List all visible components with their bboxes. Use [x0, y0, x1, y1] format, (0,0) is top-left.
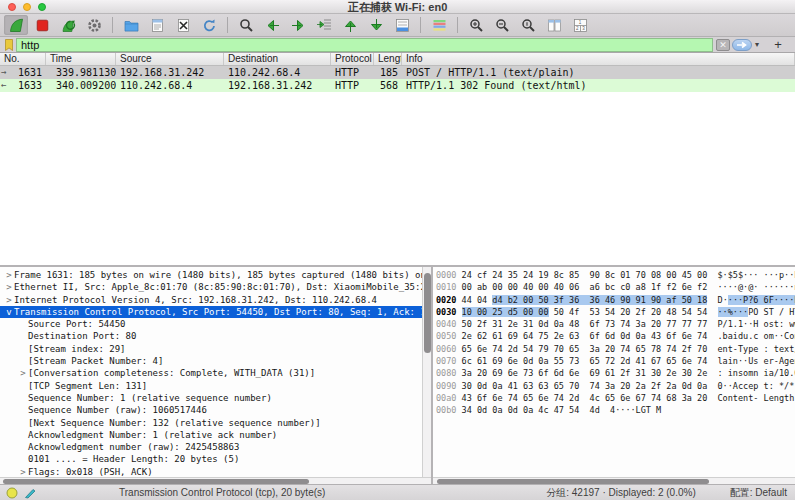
detail-tree-line[interactable]: 0101 .... = Header Length: 20 bytes (5): [0, 453, 431, 465]
toolbar-button-capture-stop[interactable]: [30, 15, 54, 35]
hex-row-0040[interactable]: 0040 50 2f 31 2e 31 0d 0a 48 6f 73 74 3a…: [436, 318, 795, 330]
hex-row-0020[interactable]: 0020 44 04 d4 b2 00 50 3f 36 36 46 90 91…: [436, 294, 795, 306]
hex-row-0050[interactable]: 0050 2e 62 61 69 64 75 2e 63 6f 6d 0d 0a…: [436, 330, 795, 342]
hex-bytes: 50 2f 31 2e 31 0d 0a 48 6f 73 74 3a 20 7…: [462, 319, 708, 329]
details-horizontal-scrollbar[interactable]: [0, 477, 431, 484]
packet-list: →1631339.981130192.168.31.242110.242.68.…: [0, 66, 795, 265]
toolbar-button-zoom-reset[interactable]: [516, 15, 540, 35]
toolbar-button-layout[interactable]: 123: [568, 15, 592, 35]
toolbar-button-go-first[interactable]: [338, 15, 362, 35]
detail-tree-line[interactable]: vTransmission Control Protocol, Src Port…: [0, 306, 431, 318]
packet-count-summary[interactable]: 分组: 42197 · Displayed: 2 (0.0%): [546, 486, 696, 500]
hex-offset: 0040: [436, 319, 456, 329]
bytes-horizontal-scrollbar[interactable]: [433, 477, 795, 484]
display-filter-input[interactable]: http: [16, 38, 713, 52]
detail-tree-line[interactable]: [Stream Packet Number: 4]: [0, 355, 431, 367]
toolbar-button-reload-file[interactable]: [197, 15, 221, 35]
hex-offset: 0050: [436, 331, 456, 341]
column-header-length[interactable]: Length: [374, 53, 402, 65]
detail-tree-line[interactable]: Source Port: 54450: [0, 318, 431, 330]
toolbar-button-close-file[interactable]: [171, 15, 195, 35]
toolbar-button-go-forward[interactable]: [286, 15, 310, 35]
hex-row-0070[interactable]: 0070 6c 61 69 6e 0d 0a 55 73 65 72 2d 41…: [436, 355, 795, 367]
toolbar-button-capture-restart[interactable]: [56, 15, 80, 35]
filter-history-dropdown[interactable]: ▾: [755, 40, 759, 49]
window-title: 正在捕获 Wi-Fi: en0: [0, 1, 795, 14]
detail-tree-line[interactable]: Acknowledgment number (raw): 2425458863: [0, 441, 431, 453]
tree-expander-icon[interactable]: v: [4, 306, 14, 318]
tree-expander-icon[interactable]: >: [4, 294, 14, 306]
column-header-info[interactable]: Info: [402, 53, 795, 65]
detail-tree-line[interactable]: [TCP Segment Len: 131]: [0, 380, 431, 392]
hex-row-0030[interactable]: 0030 10 00 25 d5 00 00 50 4f 53 54 20 2f…: [436, 306, 795, 318]
hex-row-0000[interactable]: 0000 24 cf 24 35 24 19 8c 85 90 8c 01 70…: [436, 269, 795, 281]
tree-expander-icon[interactable]: >: [4, 281, 14, 293]
toolbar-button-resize-columns[interactable]: [542, 15, 566, 35]
capture-comment-icon[interactable]: [24, 487, 37, 499]
detail-tree-line[interactable]: Sequence Number (raw): 1060517446: [0, 404, 431, 416]
column-header-time[interactable]: Time: [46, 53, 116, 65]
gap: [707, 356, 717, 366]
ascii-text: ent-Type : text/p: [718, 344, 795, 354]
packet-cell-destination: 110.242.68.4: [224, 66, 331, 79]
toolbar-button-save-file[interactable]: [145, 15, 169, 35]
detail-tree-line[interactable]: Destination Port: 80: [0, 330, 431, 342]
filter-clear-button[interactable]: ✕: [716, 39, 730, 51]
detail-tree-line[interactable]: >Internet Protocol Version 4, Src: 192.1…: [0, 294, 431, 306]
go-to-packet-icon: [316, 17, 333, 34]
detail-tree-line[interactable]: >Ethernet II, Src: Apple_8c:01:70 (8c:85…: [0, 281, 431, 293]
profile-indicator[interactable]: 配置: Default: [730, 486, 787, 500]
ascii-text: lain··Us er-Agent: [718, 356, 795, 366]
hex-row-00b0[interactable]: 00b0 34 0d 0a 0d 0a 4c 47 54 4d 4····LGT…: [436, 404, 795, 416]
toolbar-button-go-last[interactable]: [364, 15, 388, 35]
column-header-source[interactable]: Source: [116, 53, 224, 65]
capture-options-icon: [86, 17, 103, 34]
packet-row-1633[interactable]: ←1633340.009200110.242.68.4192.168.31.24…: [0, 79, 795, 92]
toolbar-button-auto-scroll[interactable]: [390, 15, 414, 35]
colorize-packets-icon: [431, 17, 448, 34]
hex-row-0060[interactable]: 0060 65 6e 74 2d 54 79 70 65 3a 20 74 65…: [436, 343, 795, 355]
toolbar-button-zoom-in[interactable]: [464, 15, 488, 35]
detail-tree-line[interactable]: Acknowledgment Number: 1 (relative ack n…: [0, 429, 431, 441]
toolbar-button-find-packet[interactable]: [234, 15, 258, 35]
tree-expander-icon[interactable]: >: [18, 367, 28, 379]
filter-bookmark-icon[interactable]: [2, 38, 16, 52]
hex-row-0080[interactable]: 0080 3a 20 69 6e 73 6f 6d 6e 69 61 2f 31…: [436, 367, 795, 379]
toolbar-button-colorize-packets[interactable]: [427, 15, 451, 35]
toolbar-button-open-file[interactable]: [119, 15, 143, 35]
hex-row-00a0[interactable]: 00a0 43 6f 6e 74 65 6e 74 2d 4c 65 6e 67…: [436, 392, 795, 404]
go-back-icon: [264, 17, 281, 34]
hex-bytes-selected: d4 b2 00 50 3f 36 36 46 90 91 90 af 50 1…: [492, 295, 707, 305]
details-vscroll-thumb[interactable]: [424, 273, 431, 353]
tree-expander-spacer: [18, 453, 28, 465]
hex-row-0010[interactable]: 0010 00 ab 00 00 40 00 40 06 a6 bc c0 a8…: [436, 281, 795, 293]
hex-offset: 0030: [436, 307, 456, 317]
ascii-text: $·$5$··· ···p··E·: [718, 270, 795, 280]
expert-info-icon[interactable]: [6, 487, 18, 499]
packet-cell-source: 192.168.31.242: [116, 66, 224, 79]
toolbar-separator: [227, 17, 228, 33]
detail-tree-line[interactable]: Sequence Number: 1 (relative sequence nu…: [0, 392, 431, 404]
details-vertical-scrollbar[interactable]: [422, 267, 431, 477]
toolbar-button-zoom-out[interactable]: [490, 15, 514, 35]
detail-line-text: [Stream Packet Number: 4]: [28, 355, 163, 367]
toolbar-button-go-to-packet[interactable]: [312, 15, 336, 35]
hex-bytes: 44 04: [462, 295, 493, 305]
gap: [707, 368, 717, 378]
column-header-destination[interactable]: Destination: [224, 53, 331, 65]
detail-tree-line[interactable]: >[Conversation completeness: Complete, W…: [0, 367, 431, 379]
detail-tree-line[interactable]: [Next Sequence Number: 132 (relative seq…: [0, 417, 431, 429]
toolbar-button-capture-options[interactable]: [82, 15, 106, 35]
detail-tree-line[interactable]: >Frame 1631: 185 bytes on wire (1480 bit…: [0, 269, 431, 281]
column-header-protocol[interactable]: Protocol: [331, 53, 374, 65]
detail-tree-line[interactable]: [Stream index: 29]: [0, 343, 431, 355]
tree-expander-icon[interactable]: >: [4, 269, 14, 281]
column-header-no[interactable]: No.: [0, 53, 46, 65]
detail-line-text: [TCP Segment Len: 131]: [28, 380, 147, 392]
filter-add-button[interactable]: +: [771, 37, 785, 52]
toolbar-button-go-back[interactable]: [260, 15, 284, 35]
toolbar-button-capture-start[interactable]: [4, 15, 28, 35]
packet-row-1631[interactable]: →1631339.981130192.168.31.242110.242.68.…: [0, 66, 795, 79]
filter-apply-button[interactable]: [732, 39, 752, 51]
hex-row-0090[interactable]: 0090 30 0d 0a 41 63 63 65 70 74 3a 20 2a…: [436, 380, 795, 392]
